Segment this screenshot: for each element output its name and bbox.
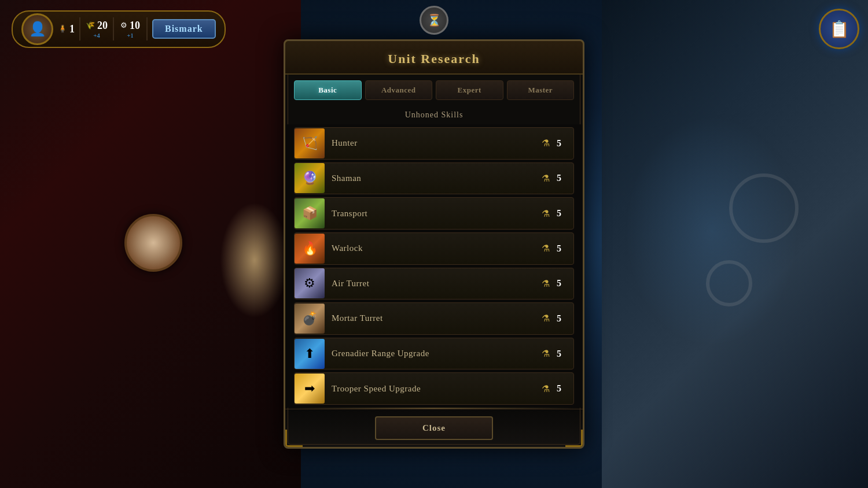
- gear-decor-1: [729, 173, 799, 243]
- grenadier-icon: ⬆: [304, 346, 315, 361]
- skill-icon-hunter: 🏹: [295, 128, 325, 158]
- skill-name-shaman: Shaman: [325, 173, 542, 183]
- skill-name-transport: Transport: [325, 209, 542, 219]
- skill-row-transport[interactable]: 📦 Transport ⚗ 5: [294, 197, 574, 230]
- skill-icon-airturret: ⚙: [295, 268, 325, 298]
- pop-icon: 🧍: [58, 24, 67, 34]
- gold-delta: +1: [127, 32, 134, 39]
- transport-icon: 📦: [302, 206, 318, 221]
- airturret-icon: ⚙: [304, 276, 315, 291]
- cost-icon-transport: ⚗: [542, 208, 550, 219]
- cost-icon-airturret: ⚗: [542, 278, 550, 289]
- pop-count: 1: [69, 23, 75, 35]
- shaman-icon: 🔮: [302, 171, 318, 186]
- cost-icon-hunter: ⚗: [542, 138, 550, 149]
- skill-icon-shaman: 🔮: [295, 163, 325, 193]
- gold-icon: ⚙: [120, 21, 127, 30]
- skill-cost-airturret: 5: [553, 278, 565, 289]
- skill-icon-transport: 📦: [295, 198, 325, 228]
- gold-resource: ⚙ 10 +1: [119, 20, 142, 39]
- skill-cost-warlock: 5: [553, 243, 565, 254]
- dialog-header: Unit Research: [285, 41, 583, 75]
- hourglass-icon: ⏳: [427, 13, 442, 27]
- cost-icon-warlock: ⚗: [542, 243, 550, 254]
- tab-expert[interactable]: Expert: [436, 80, 503, 100]
- section-label: Unhoned Skills: [285, 106, 583, 124]
- cost-icon-shaman: ⚗: [542, 173, 550, 184]
- skill-cost-hunter: 5: [553, 138, 565, 149]
- warlock-icon: 🔥: [302, 241, 318, 256]
- gauge-decoration: [124, 214, 182, 272]
- dialog-footer: Close: [285, 409, 583, 447]
- skill-cost-trooper: 5: [553, 383, 565, 394]
- skill-row-warlock[interactable]: 🔥 Warlock ⚗ 5: [294, 232, 574, 265]
- skill-row-hunter[interactable]: 🏹 Hunter ⚗ 5: [294, 127, 574, 160]
- cost-icon-grenadier: ⚗: [542, 348, 550, 359]
- mortarturret-icon: 💣: [302, 311, 318, 326]
- skill-icon-trooper: ➡: [295, 374, 325, 404]
- skill-name-hunter: Hunter: [325, 138, 542, 148]
- skill-name-grenadier: Grenadier Range Upgrade: [325, 349, 542, 358]
- hunter-icon: 🏹: [302, 136, 318, 151]
- trooper-icon: ➡: [304, 381, 315, 396]
- light-glow-left: [220, 202, 289, 318]
- skill-row-trooper[interactable]: ➡ Trooper Speed Upgrade ⚗ 5: [294, 372, 574, 405]
- avatar: 👤: [21, 13, 53, 45]
- skill-name-mortarturret: Mortar Turret: [325, 313, 542, 323]
- skill-row-grenadier[interactable]: ⬆ Grenadier Range Upgrade ⚗ 5: [294, 338, 574, 370]
- player-name: Bismark: [152, 19, 216, 39]
- tabs-container: Basic Advanced Expert Master: [285, 75, 583, 106]
- skill-row-airturret[interactable]: ⚙ Air Turret ⚗ 5: [294, 268, 574, 300]
- skill-name-trooper: Trooper Speed Upgrade: [325, 384, 542, 394]
- food-resource: 🌾 20 +4: [85, 20, 108, 39]
- dialog-title: Unit Research: [297, 51, 571, 66]
- skill-name-warlock: Warlock: [325, 243, 542, 253]
- skill-cost-transport: 5: [553, 208, 565, 219]
- cost-icon-mortarturret: ⚗: [542, 313, 550, 324]
- top-center-icon: ⏳: [420, 6, 448, 35]
- tab-basic[interactable]: Basic: [294, 80, 362, 100]
- tab-advanced[interactable]: Advanced: [365, 80, 433, 100]
- top-right-button[interactable]: 📋: [819, 9, 859, 49]
- gear-decor-2: [706, 260, 752, 306]
- cost-icon-trooper: ⚗: [542, 383, 550, 394]
- skill-icon-mortarturret: 💣: [295, 304, 325, 334]
- skill-name-airturret: Air Turret: [325, 279, 542, 289]
- skill-row-shaman[interactable]: 🔮 Shaman ⚗ 5: [294, 162, 574, 195]
- scrollbar[interactable]: ▲ ▼: [584, 124, 584, 408]
- gold-count: 10: [130, 20, 140, 32]
- skill-cost-grenadier: 5: [553, 349, 565, 359]
- close-button[interactable]: Close: [375, 416, 493, 440]
- tab-master[interactable]: Master: [507, 80, 575, 100]
- skill-icon-grenadier: ⬆: [295, 339, 325, 369]
- skill-row-mortarturret[interactable]: 💣 Mortar Turret ⚗ 5: [294, 302, 574, 335]
- skill-cost-shaman: 5: [553, 173, 565, 183]
- resource-panel: 👤 🧍 1 🌾 20 +4 ⚙ 10 +1 Bismark: [12, 10, 226, 48]
- skills-list: 🏹 Hunter ⚗ 5 🔮 Shaman ⚗ 5 📦 Transport: [285, 124, 583, 408]
- unit-research-dialog: Unit Research Basic Advanced Expert Mast…: [284, 39, 584, 449]
- food-count: 20: [97, 20, 108, 32]
- skill-icon-warlock: 🔥: [295, 234, 325, 264]
- food-delta: +4: [93, 32, 100, 39]
- food-icon: 🌾: [86, 21, 95, 30]
- journal-icon: 📋: [829, 20, 849, 39]
- skill-cost-mortarturret: 5: [553, 313, 565, 324]
